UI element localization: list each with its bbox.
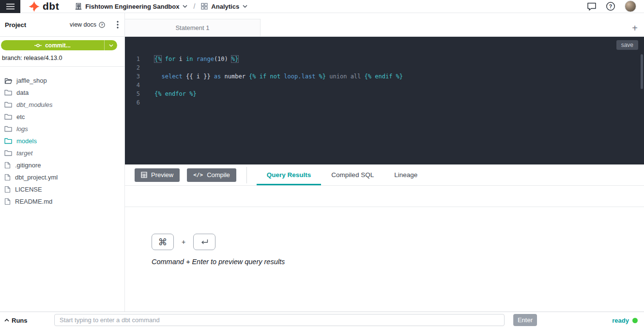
command-key-icon: ⌘ [152,234,174,250]
plus-sign: + [182,238,185,246]
code-editor[interactable]: save 123456 {% for i in range(10) %} sel… [125,37,644,164]
kebab-menu-icon[interactable] [116,20,120,30]
save-button[interactable]: save [616,40,638,50]
commit-button-label: commit... [45,42,71,49]
tree-item-etc[interactable]: etc [0,111,124,123]
dbt-command-input[interactable] [54,314,505,326]
chat-icon[interactable] [587,2,597,11]
enter-button[interactable]: Enter [513,314,537,326]
results-panel: Preview </> Compile Query Results Compil… [125,164,644,312]
tree-item-label: dbt_modules [16,101,52,108]
code-area[interactable]: 123456 {% for i in range(10) %} select {… [125,53,644,107]
user-avatar[interactable] [625,0,636,12]
enter-key-icon [193,234,215,250]
tree-item-jaffle-shop[interactable]: jaffle_shop [0,75,124,87]
file-icon [4,198,11,205]
results-tabs: Query Results Compiled SQL Lineage [257,164,428,185]
account-name: Fishtown Engineering Sandbox [85,3,179,10]
tree-item-readme[interactable]: README.md [0,195,124,208]
tree-item-license[interactable]: LICENSE [0,183,124,195]
commit-button[interactable]: commit... [1,40,117,50]
top-bar: dbt Fishtown Engineering Sandbox / [0,0,644,13]
grid-icon [201,3,208,10]
tree-item-dbt-modules[interactable]: dbt_modules [0,99,124,111]
file-icon [4,174,11,181]
folder-icon [4,138,12,144]
folder-icon [4,150,12,156]
hamburger-icon [6,3,15,10]
line-numbers: 123456 [125,55,146,107]
editor-scrollbar[interactable] [640,54,644,163]
file-icon [4,186,11,193]
code-line[interactable] [154,81,403,89]
results-content: ⌘ + Command + Enter to preview query res… [125,207,644,312]
git-commit-icon [34,43,42,48]
project-name: Analytics [211,3,239,10]
preview-button[interactable]: Preview [135,168,180,182]
folder-icon [4,126,12,132]
code-line[interactable]: {% for i in range(10) %} [154,55,403,63]
code-line[interactable] [154,98,403,107]
line-number: 1 [125,55,140,63]
table-icon [141,172,147,178]
editor-pane: Statement 1 + save 123456 {% for i in ra… [125,13,644,312]
tree-item-logs[interactable]: logs [0,123,124,135]
tree-item-label: .gitignore [15,162,41,169]
folder-icon [4,102,12,108]
sidebar-title: Project [5,21,26,29]
svg-text:?: ? [609,3,612,9]
file-explorer-sidebar: Project view docs ? [0,13,125,312]
line-number: 5 [125,89,140,98]
tree-item-label: logs [16,125,28,133]
tree-item-models[interactable]: models [0,135,124,147]
code-line[interactable]: {% endfor %} [154,89,403,98]
tree-item-label: LICENSE [15,186,42,193]
tab-label: Statement 1 [175,24,209,31]
help-icon[interactable]: ? [606,1,615,11]
line-number: 6 [125,98,140,107]
dbt-logo-icon [29,1,40,12]
tree-item-target[interactable]: target [0,147,124,159]
tree-item-dbt-project-yml[interactable]: dbt_project.yml [0,171,124,183]
hamburger-menu-button[interactable] [0,0,20,13]
runs-toggle[interactable]: Runs [4,312,28,328]
tree-item-gitignore[interactable]: .gitignore [0,159,124,171]
dbt-logo[interactable]: dbt [29,1,59,12]
account-selector[interactable]: Fishtown Engineering Sandbox [75,3,187,10]
branch-label: branch: release/4.13.0 [1,55,124,61]
toolbar-divider [246,167,247,183]
commit-dropdown-toggle[interactable] [104,40,117,50]
tree-item-data[interactable]: data [0,87,124,99]
keyboard-shortcut: ⌘ + [152,234,644,250]
tree-item-label: models [16,137,37,145]
new-tab-button[interactable]: + [632,23,638,33]
tree-item-label: jaffle_shop [16,77,47,84]
code-line[interactable] [154,63,403,72]
code-icon: </> [193,172,203,178]
dbt-wordmark: dbt [43,1,59,11]
sidebar-header: Project view docs ? [0,13,124,37]
tab-lineage[interactable]: Lineage [384,164,428,185]
tree-item-label: data [16,89,29,96]
line-number: 2 [125,63,140,72]
status-indicator: ready [612,312,638,328]
tab-statement-1[interactable]: Statement 1 [125,19,261,36]
view-docs-link[interactable]: view docs ? [70,21,105,28]
chevron-down-icon [183,5,187,8]
tab-query-results[interactable]: Query Results [257,164,322,185]
code-lines[interactable]: {% for i in range(10) %} select {{ i }} … [146,55,403,107]
tab-compiled-sql[interactable]: Compiled SQL [321,164,384,185]
tree-item-label: target [16,149,32,157]
status-dot-icon [632,318,638,323]
view-docs-label: view docs [70,21,96,28]
file-icon [4,162,11,169]
code-line[interactable]: select {{ i }} as number {% if not loop.… [154,72,403,81]
scrollbar-thumb[interactable] [641,54,643,89]
tree-item-label: etc [16,113,25,120]
command-bar: Runs Enter ready [0,312,644,328]
results-subheader [125,186,644,207]
compile-button[interactable]: </> Compile [187,168,236,182]
project-selector[interactable]: Analytics [201,3,247,10]
tree-item-label: README.md [15,198,52,205]
line-number: 4 [125,81,140,89]
